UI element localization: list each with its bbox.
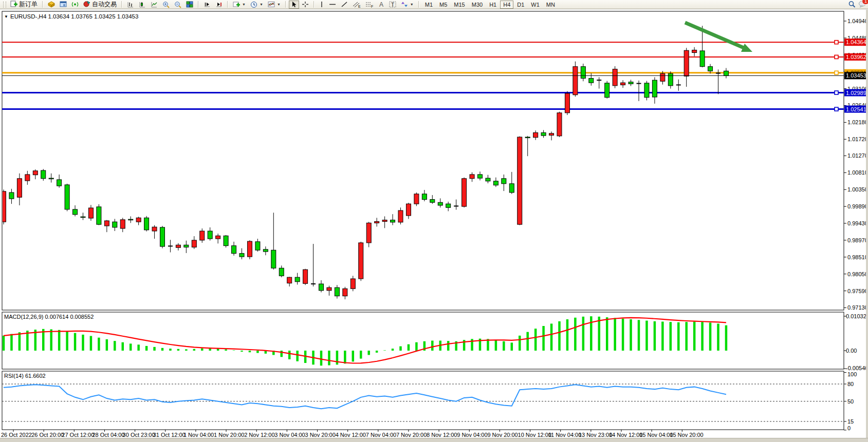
hline-handle[interactable] <box>835 91 838 94</box>
autotrade-icon <box>83 1 90 9</box>
vline-tool-button[interactable] <box>317 1 326 9</box>
candle <box>462 178 467 208</box>
trendline-icon <box>341 1 348 8</box>
hline-tool-button[interactable] <box>327 1 338 9</box>
candle-body <box>541 132 546 136</box>
search-button[interactable] <box>846 1 858 9</box>
new-order-button[interactable]: 新订单 <box>8 1 40 9</box>
tf-button-w1[interactable]: W1 <box>528 1 543 9</box>
rsi-tick-label: 100 <box>847 371 857 377</box>
candle-body <box>478 175 483 178</box>
tf-button-h1[interactable]: H1 <box>486 1 500 9</box>
hline-handle[interactable] <box>835 71 838 74</box>
time-tick-label: 26 Oct 20:00 <box>31 432 64 438</box>
candle <box>565 91 569 115</box>
price-tick-label: 1.02180 <box>847 119 868 125</box>
arrows-caret-icon: ▼ <box>410 3 414 6</box>
tile-windows-button[interactable] <box>184 1 195 9</box>
notifications-button[interactable]: 1 <box>858 0 866 9</box>
candle-body <box>525 137 530 138</box>
bar-chart-mode-button[interactable] <box>125 1 136 9</box>
price-tag-label: 1.02989 <box>846 90 866 96</box>
trendline-tool-button[interactable] <box>339 1 350 9</box>
text-tool-button[interactable]: A <box>376 1 386 9</box>
arrows-tool-button[interactable]: ▼ <box>399 1 416 9</box>
chart-shift-button[interactable] <box>213 1 225 9</box>
cursor-tool-button[interactable] <box>289 1 299 9</box>
hline-handle[interactable] <box>835 107 838 111</box>
candle-body <box>279 268 284 276</box>
candlestick-mode-icon <box>139 1 146 8</box>
rsi-panel-frame <box>2 371 844 430</box>
candle-body <box>700 51 705 67</box>
data-window-button[interactable] <box>58 1 69 9</box>
tf-button-d1[interactable]: D1 <box>514 1 527 9</box>
svg-text:F: F <box>371 5 373 8</box>
candle-body <box>708 67 713 71</box>
price-tick-label: 0.98970 <box>847 237 868 243</box>
time-tick-label: 9 Nov 20:00 <box>487 432 518 438</box>
zoom-out-button[interactable] <box>172 1 183 9</box>
periods-button[interactable]: ▼ <box>248 1 265 9</box>
candle-body <box>287 277 292 283</box>
time-tick-label: 14 Nov 12:00 <box>609 432 642 438</box>
candle-body <box>295 277 300 282</box>
main-panel-frame <box>2 11 844 310</box>
window-bottom-strip <box>0 438 868 442</box>
candle-body <box>414 194 419 204</box>
auto-scroll-button[interactable] <box>201 1 213 9</box>
symbol-dropdown-icon: ▼ <box>4 14 8 19</box>
market-watch-button[interactable] <box>46 1 57 9</box>
bid-price-tag: 1.03453 <box>844 72 867 79</box>
candle-body <box>438 202 442 205</box>
candle-body <box>136 218 141 222</box>
rsi-tick-label: 15 <box>847 418 854 425</box>
channel-tool-button[interactable]: E <box>350 1 363 9</box>
toolbar-grip[interactable] <box>3 2 6 8</box>
candle-body <box>224 236 228 245</box>
zoom-in-icon <box>162 1 170 8</box>
text-label-tool-button[interactable]: T <box>387 1 398 9</box>
line-chart-mode-button[interactable] <box>149 1 160 9</box>
time-tick-label: 26 Oct 2022 <box>1 432 32 438</box>
price-tag-label: 1.02541 <box>846 106 866 112</box>
tf-button-mn[interactable]: MN <box>543 1 558 9</box>
fibonacci-tool-button[interactable]: F <box>363 1 376 9</box>
candle-body <box>493 181 498 185</box>
time-tick-label: 30 Oct 23:00 <box>123 432 155 438</box>
candle <box>557 112 562 137</box>
tf-button-m5[interactable]: M5 <box>436 1 450 9</box>
tf-button-m15[interactable]: M15 <box>451 1 468 9</box>
candle-body <box>104 221 109 226</box>
hline-handle[interactable] <box>835 41 838 44</box>
indicators-button[interactable]: ▼ <box>231 1 248 9</box>
separator <box>313 1 315 8</box>
price-tick-label: 0.97130 <box>847 304 868 311</box>
channel-icon: E <box>353 1 361 8</box>
clock-icon <box>250 1 257 8</box>
chart-canvas[interactable]: 1.049401.044801.040201.035601.031001.026… <box>0 10 868 442</box>
autotrade-button[interactable]: 自动交易 <box>81 1 119 9</box>
tf-button-m30[interactable]: M30 <box>469 1 486 9</box>
candle-body <box>509 184 514 193</box>
tf-button-h4[interactable]: H4 <box>500 1 513 9</box>
hline-price-tag: 1.04364 <box>844 39 867 46</box>
time-tick-label: 1 Nov 20:00 <box>214 432 244 438</box>
arrows-icon <box>401 1 408 8</box>
candlestick-mode-button[interactable] <box>137 1 148 9</box>
time-tick-label: 31 Oct 12:00 <box>153 432 186 438</box>
crosshair-tool-button[interactable] <box>300 1 311 9</box>
zoom-in-button[interactable] <box>160 1 172 9</box>
alerts-signal-button[interactable] <box>69 1 81 9</box>
candle-body <box>232 246 236 254</box>
candle-body <box>430 200 435 203</box>
candle-body <box>192 240 196 247</box>
candle-body <box>629 82 633 84</box>
candle-body <box>660 73 665 81</box>
templates-button[interactable]: ▼ <box>266 1 283 9</box>
tf-button-m1[interactable]: M1 <box>422 1 436 9</box>
candle-body <box>200 231 205 240</box>
price-tick-label: 1.00350 <box>847 186 868 193</box>
hline-handle[interactable] <box>835 55 838 59</box>
text-label-icon: T <box>389 1 396 8</box>
